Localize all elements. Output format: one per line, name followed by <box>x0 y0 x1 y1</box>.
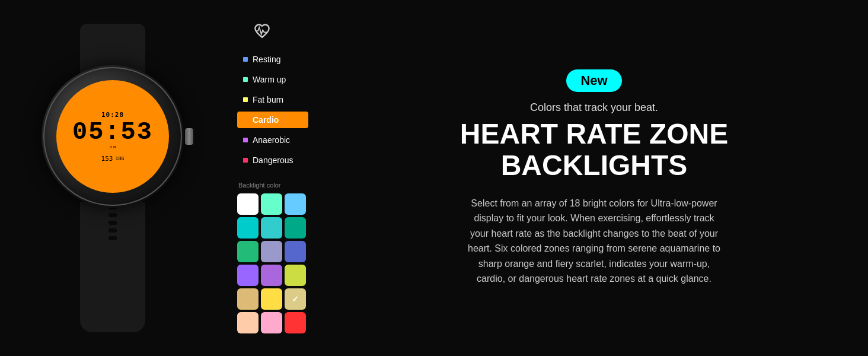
zone-panel: Resting Warm up Fat burn Cardio Anaerobi… <box>237 11 332 345</box>
zone-dot-fatburn <box>243 97 248 102</box>
color-swatch-4[interactable] <box>261 217 282 239</box>
color-swatch-16[interactable] <box>261 312 282 333</box>
color-swatch-6[interactable] <box>237 241 259 262</box>
color-swatch-13[interactable] <box>261 288 282 310</box>
heart-rate-icon <box>254 23 270 42</box>
color-swatch-2[interactable] <box>285 193 306 215</box>
watch-outer-ring: 10:28 05:53 ᴴᴹ 153 186 <box>42 65 184 208</box>
color-swatch-0[interactable] <box>237 193 259 215</box>
zone-item-warmup[interactable]: Warm up <box>237 71 308 88</box>
color-swatch-5[interactable] <box>285 217 306 239</box>
zone-item-anaerobic[interactable]: Anaerobic <box>237 132 308 148</box>
watch-seconds: ᴴᴹ <box>108 145 116 152</box>
zone-item-dangerous[interactable]: Dangerous <box>237 152 308 169</box>
zone-label-fatburn: Fat burn <box>253 95 283 104</box>
zone-item-resting[interactable]: Resting <box>237 51 308 68</box>
zone-item-fatburn[interactable]: Fat burn <box>237 91 308 108</box>
color-swatch-12[interactable] <box>237 288 259 310</box>
zone-label-warmup: Warm up <box>253 75 286 84</box>
description-text: Select from an array of 18 bright colors… <box>464 196 725 287</box>
strap-hole-3 <box>108 221 117 225</box>
watch-time-main: 05:53 <box>72 120 153 145</box>
title-line2: BACKLIGHTS <box>501 150 688 181</box>
palette-section: Backlight color <box>237 182 306 333</box>
watch-section: 10:28 05:53 ᴴᴹ 153 186 <box>0 0 225 356</box>
color-swatch-10[interactable] <box>261 265 282 286</box>
watch-wrapper: 10:28 05:53 ᴴᴹ 153 186 <box>12 24 213 332</box>
right-content: New Colors that track your beat. HEART R… <box>332 46 868 310</box>
subtitle: Colors that track your beat. <box>530 101 658 114</box>
main-container: 10:28 05:53 ᴴᴹ 153 186 <box>0 0 868 356</box>
color-swatch-7[interactable] <box>261 241 282 262</box>
main-title: HEART RATE ZONE BACKLIGHTS <box>460 119 728 182</box>
zone-label-cardio: Cardio <box>253 115 279 125</box>
color-grid <box>237 193 306 333</box>
zone-dot-anaerobic <box>243 138 248 142</box>
color-swatch-1[interactable] <box>261 193 282 215</box>
zone-label-dangerous: Dangerous <box>253 155 293 165</box>
watch-heartrate: 153 <box>101 155 113 163</box>
color-swatch-11[interactable] <box>285 265 306 286</box>
zone-item-cardio[interactable]: Cardio <box>237 112 308 128</box>
zone-dot-resting <box>243 57 248 62</box>
strap-bottom <box>80 202 145 332</box>
palette-title: Backlight color <box>238 182 306 189</box>
strap-hole-5 <box>108 236 117 240</box>
new-badge: New <box>566 69 621 92</box>
strap-hole-4 <box>108 228 117 233</box>
color-swatch-9[interactable] <box>237 265 259 286</box>
watch-time-top: 10:28 <box>101 111 124 119</box>
zone-label-resting: Resting <box>253 55 280 64</box>
zone-dot-warmup <box>243 77 248 82</box>
zone-dot-dangerous <box>243 158 248 163</box>
strap-hole-2 <box>108 213 117 217</box>
watch-body: 10:28 05:53 ᴴᴹ 153 186 <box>42 65 184 208</box>
color-swatch-17[interactable] <box>285 312 306 333</box>
watch-bottom-info: 153 186 <box>101 155 125 163</box>
watch-steps-label: 186 <box>115 155 124 161</box>
color-swatch-14[interactable] <box>285 288 306 310</box>
color-swatch-3[interactable] <box>237 217 259 239</box>
watch-face: 10:28 05:53 ᴴᴹ 153 186 <box>56 80 169 193</box>
zone-dot-cardio <box>243 117 248 122</box>
watch-crown <box>185 128 193 145</box>
color-swatch-8[interactable] <box>285 241 306 262</box>
title-line1: HEART RATE ZONE <box>460 118 728 150</box>
zone-selector: Resting Warm up Fat burn Cardio Anaerobi… <box>237 51 308 172</box>
zone-label-anaerobic: Anaerobic <box>253 135 290 145</box>
color-swatch-15[interactable] <box>237 312 259 333</box>
